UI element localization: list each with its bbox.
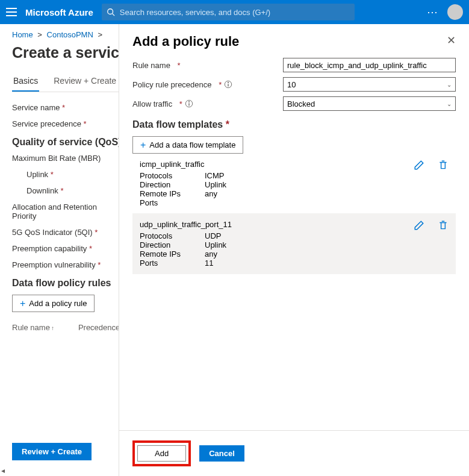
flyout-footer: Add Cancel (119, 430, 469, 476)
flyout-title: Add a policy rule (132, 34, 239, 49)
tab-review[interactable]: Review + Create (52, 72, 117, 92)
label-5qi: 5G QoS Indicator (5QI) * (12, 228, 120, 237)
breadcrumb-parent[interactable]: ContosoPMN (47, 30, 93, 39)
plus-icon: + (20, 299, 25, 308)
svg-point-22 (188, 101, 189, 102)
global-search[interactable] (102, 4, 355, 20)
cancel-button[interactable]: Cancel (199, 445, 244, 462)
info-icon[interactable] (185, 99, 193, 108)
label-preemp-vuln: Preemption vulnerability * (12, 260, 120, 269)
search-input[interactable] (120, 8, 350, 17)
label-service-name: Service name * (12, 103, 120, 112)
rule-name-input[interactable] (283, 58, 456, 72)
avatar[interactable] (447, 4, 463, 20)
hamburger-icon[interactable] (6, 8, 17, 16)
edit-icon[interactable] (414, 220, 424, 231)
label-preemp-cap: Preemption capability * (12, 244, 120, 253)
azure-top-bar: Microsoft Azure ⋯ (0, 0, 469, 24)
col-precedence[interactable]: Precedence (78, 323, 120, 332)
chevron-down-icon: ⌄ (447, 81, 452, 88)
more-icon[interactable]: ⋯ (427, 5, 439, 19)
label-rule-precedence: Policy rule precedence * (132, 80, 283, 89)
svg-point-0 (108, 9, 113, 14)
brand-logo: Microsoft Azure (25, 7, 93, 17)
info-icon[interactable] (224, 80, 232, 89)
label-mbr: Maximum Bit Rate (MBR) (12, 154, 120, 163)
template-name: icmp_uplink_traffic (132, 160, 456, 169)
label-allow-traffic: Allow traffic * (132, 99, 283, 108)
tab-basics[interactable]: Basics (12, 72, 39, 92)
scroll-left-hint: ◂ (1, 466, 5, 475)
label-rule-name: Rule name * (132, 61, 283, 70)
add-button[interactable]: Add (137, 445, 186, 462)
chevron-down-icon: ⌄ (447, 101, 452, 107)
add-template-button[interactable]: + Add a data flow template (132, 136, 243, 154)
precedence-select[interactable]: 10⌄ (283, 77, 456, 92)
plus-icon: + (140, 141, 146, 149)
close-icon[interactable]: ✕ (447, 34, 456, 47)
svg-point-19 (228, 82, 229, 83)
templates-heading: Data flow templates * (132, 119, 456, 130)
breadcrumb-home[interactable]: Home (12, 30, 33, 39)
delete-icon[interactable] (438, 220, 449, 231)
col-rule-name[interactable]: Rule name↑ (12, 323, 54, 332)
svg-line-1 (112, 14, 114, 16)
search-icon (107, 8, 115, 16)
review-create-button[interactable]: Review + Create (12, 443, 92, 460)
template-name: udp_uplink_traffic_port_11 (132, 220, 456, 229)
label-service-precedence: Service precedence * (12, 119, 120, 128)
template-item: udp_uplink_traffic_port_11ProtocolsUDPDi… (132, 214, 456, 274)
delete-icon[interactable] (438, 160, 449, 171)
template-item: icmp_uplink_trafficProtocolsICMPDirectio… (132, 154, 456, 214)
allow-traffic-select[interactable]: Blocked⌄ (283, 96, 456, 111)
add-policy-rule-panel: Add a policy rule ✕ Rule name * Policy r… (119, 24, 469, 476)
label-arp: Allocation and Retention Priority (12, 202, 120, 221)
sort-up-icon: ↑ (51, 325, 54, 331)
highlight-box: Add (132, 440, 191, 466)
add-policy-rule-button[interactable]: + Add a policy rule (12, 295, 95, 312)
edit-icon[interactable] (414, 160, 424, 171)
